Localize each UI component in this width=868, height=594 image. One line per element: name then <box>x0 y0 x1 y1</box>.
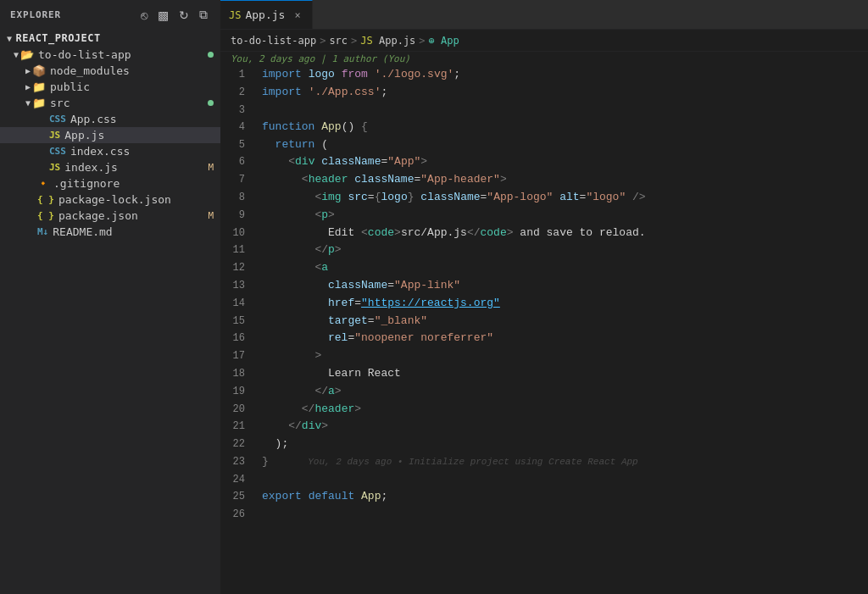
new-file-button[interactable]: ⎋ <box>138 6 150 24</box>
line-code[interactable]: export default App; <box>259 488 868 506</box>
line-code[interactable]: <a <box>259 259 868 277</box>
tree-item-public[interactable]: ▶ 📁 public <box>0 79 220 95</box>
code-line: 9 <p> <box>220 207 868 225</box>
line-code[interactable]: rel="noopener noreferrer" <box>259 330 868 347</box>
code-line: 4function App() { <box>220 119 868 136</box>
file-label: README.md <box>53 225 214 238</box>
refresh-button[interactable]: ↻ <box>176 6 192 24</box>
file-tree: ▼ 📂 to-do-list-app ▶ 📦 node_modules ▶ 📁 … <box>0 47 220 240</box>
breadcrumb-file: JS App.js <box>360 35 415 47</box>
file-label: index.css <box>70 145 214 158</box>
tree-item-index.css[interactable]: CSS index.css <box>0 143 220 159</box>
inline-blame: You, 2 days ago • Initialize project usi… <box>269 457 638 467</box>
line-code[interactable]: Learn React <box>259 365 868 383</box>
line-code[interactable]: <img src={logo} className="App-logo" alt… <box>259 189 868 207</box>
file-label: src <box>50 97 204 109</box>
line-number: 6 <box>220 153 259 171</box>
line-code[interactable]: </header> <box>259 401 868 419</box>
file-icon: 📦 <box>32 64 46 77</box>
line-code[interactable]: </p> <box>259 241 868 259</box>
tree-item-src[interactable]: ▼ 📁 src <box>0 95 220 111</box>
code-line: 2import './App.css'; <box>220 84 868 102</box>
blame-bar: You, 2 days ago | 1 author (You) <box>220 52 868 66</box>
line-code[interactable]: return ( <box>259 136 868 154</box>
line-code[interactable]: <p> <box>259 207 868 225</box>
tree-item-node_modules[interactable]: ▶ 📦 node_modules <box>0 63 220 79</box>
line-number: 20 <box>220 401 259 419</box>
line-number: 8 <box>220 189 259 207</box>
line-number: 7 <box>220 171 259 189</box>
code-line: 19 </a> <box>220 383 868 401</box>
sidebar-toolbar: ⎋ ▩ ↻ ⧉ <box>138 6 210 24</box>
code-editor[interactable]: 1import logo from './logo.svg';2import '… <box>220 66 868 594</box>
chevron-icon: ▼ <box>14 50 19 59</box>
line-code[interactable]: target="_blank" <box>259 313 868 330</box>
tab-app-js[interactable]: JS App.js × <box>220 0 313 29</box>
line-code[interactable]: import logo from './logo.svg'; <box>259 66 868 84</box>
breadcrumb-sep-2: > <box>351 35 357 47</box>
sidebar-title: EXPLORER <box>10 9 61 20</box>
file-label: index.js <box>64 161 204 174</box>
file-label: package.json <box>58 209 205 222</box>
file-label: node_modules <box>50 64 214 77</box>
line-code[interactable]: </div> <box>259 418 868 436</box>
line-code[interactable]: import './App.css'; <box>259 84 868 102</box>
code-line: 22 ); <box>220 436 868 453</box>
project-root[interactable]: ▼ REACT_PROJECT <box>0 30 220 47</box>
line-number: 14 <box>220 295 259 313</box>
line-code[interactable]: function App() { <box>259 119 868 136</box>
chevron-icon: ▼ <box>25 98 31 108</box>
line-number: 2 <box>220 84 259 102</box>
new-folder-button[interactable]: ▩ <box>155 6 171 24</box>
line-number: 17 <box>220 347 259 365</box>
tree-item-App.css[interactable]: CSS App.css <box>0 111 220 127</box>
code-line: 1import logo from './logo.svg'; <box>220 66 868 84</box>
line-code[interactable]: className="App-link" <box>259 277 868 295</box>
file-icon: 🔸 <box>37 178 49 189</box>
file-icon: CSS <box>49 146 66 157</box>
file-icon: 📁 <box>32 80 46 93</box>
tree-item-to-do-list-app[interactable]: ▼ 📂 to-do-list-app <box>0 47 220 63</box>
tree-item-README.md[interactable]: M↓ README.md <box>0 224 220 240</box>
collapse-button[interactable]: ⧉ <box>197 6 210 24</box>
line-number: 13 <box>220 277 259 295</box>
line-code[interactable]: <div className="App"> <box>259 153 868 171</box>
line-code[interactable]: ); <box>259 436 868 453</box>
line-code[interactable]: href="https://reactjs.org" <box>259 295 868 313</box>
project-label: REACT_PROJECT <box>16 32 101 44</box>
file-label: public <box>50 80 214 93</box>
line-number: 12 <box>220 259 259 277</box>
line-number: 22 <box>220 436 259 453</box>
tab-close-button[interactable]: × <box>292 8 303 22</box>
chevron-icon: ▶ <box>25 82 31 92</box>
line-code[interactable]: > <box>259 347 868 365</box>
line-code[interactable]: </a> <box>259 383 868 401</box>
blame-text: You, 2 days ago | 1 author (You) <box>231 53 410 64</box>
file-label: App.js <box>64 129 214 142</box>
breadcrumb: to-do-list-app > src > JS App.js > ⊕ App <box>220 30 868 52</box>
code-line: 6 <div className="App"> <box>220 153 868 171</box>
line-code[interactable]: } You, 2 days ago • Initialize project u… <box>259 453 868 471</box>
line-number: 4 <box>220 119 259 136</box>
code-line: 15 target="_blank" <box>220 313 868 330</box>
tree-item-index.js[interactable]: JS index.js M <box>0 159 220 175</box>
code-line: 17 > <box>220 347 868 365</box>
line-code[interactable] <box>259 102 868 119</box>
line-code[interactable] <box>259 471 868 488</box>
file-badge: M <box>208 210 214 221</box>
tree-item-.gitignore[interactable]: 🔸 .gitignore <box>0 175 220 192</box>
line-code[interactable] <box>259 506 868 523</box>
line-code[interactable]: Edit <code>src/App.js</code> and save to… <box>259 225 868 242</box>
tab-bar: JS App.js × <box>220 0 868 30</box>
file-label: to-do-list-app <box>38 48 204 61</box>
tree-item-App.js[interactable]: JS App.js <box>0 127 220 143</box>
code-line: 16 rel="noopener noreferrer" <box>220 330 868 347</box>
tree-item-package-lock.json[interactable]: { } package-lock.json <box>0 192 220 208</box>
unsaved-dot <box>208 100 214 106</box>
code-line: 10 Edit <code>src/App.js</code> and save… <box>220 225 868 242</box>
unsaved-dot <box>208 52 214 58</box>
tree-item-package.json[interactable]: { } package.json M <box>0 208 220 224</box>
line-code[interactable]: <header className="App-header"> <box>259 171 868 189</box>
code-line: 13 className="App-link" <box>220 277 868 295</box>
sidebar-content: ▼ REACT_PROJECT ▼ 📂 to-do-list-app ▶ 📦 n… <box>0 30 220 594</box>
